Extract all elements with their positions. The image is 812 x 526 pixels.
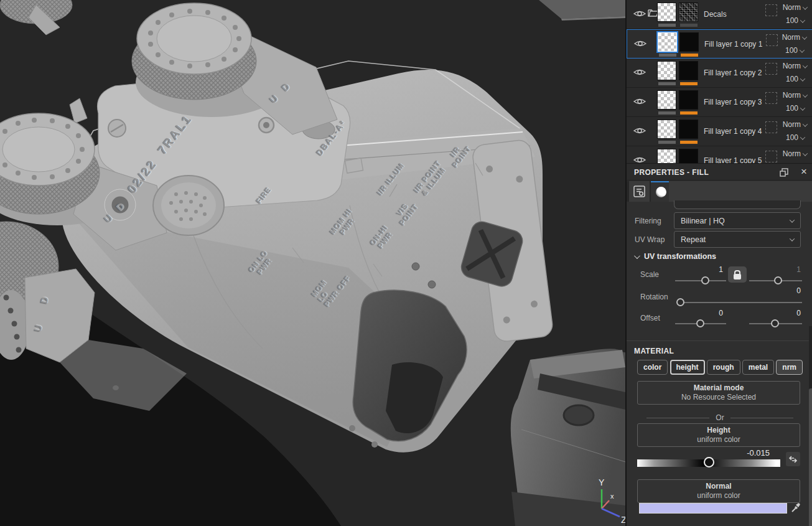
- blend-mode-dropdown[interactable]: Norm: [782, 33, 806, 42]
- offset-value-1[interactable]: 0: [695, 309, 723, 317]
- channel-height-button[interactable]: height: [670, 360, 705, 375]
- right-panel: Decals Norm 100 Fill layer 1 copy 1 Norm…: [625, 0, 812, 526]
- visibility-eye-icon[interactable]: [633, 96, 646, 106]
- height-value[interactable]: -0.015: [714, 448, 770, 458]
- blend-mode-dropdown[interactable]: Norm: [783, 62, 807, 70]
- axis-y-label: Y: [599, 477, 605, 487]
- visibility-eye-icon[interactable]: [633, 155, 646, 163]
- layer-thumbnail[interactable]: [657, 61, 676, 80]
- swap-arrows-icon: [788, 455, 798, 464]
- layer-row-fill-copy-1[interactable]: Fill layer 1 copy 1 Norm 100: [627, 29, 812, 59]
- chevron-down-icon: [803, 121, 808, 126]
- properties-scrollbar[interactable]: [809, 326, 812, 526]
- layer-mask-thumbnail[interactable]: [679, 2, 698, 22]
- viewport-3d[interactable]: Y x Z 02/22 7RAL1 DBAL-A² FIRE ON LO PWR…: [0, 0, 625, 526]
- mask-placeholder[interactable]: [765, 92, 777, 104]
- scrollbar-thumb[interactable]: [809, 388, 812, 526]
- mask-placeholder[interactable]: [765, 151, 777, 162]
- chevron-down-icon: [803, 92, 808, 97]
- mask-placeholder[interactable]: [765, 4, 777, 16]
- scale-lock-button[interactable]: [728, 266, 747, 283]
- opacity-value[interactable]: 100: [786, 133, 805, 142]
- blend-mode-dropdown[interactable]: Norm: [783, 3, 807, 12]
- scale-label: Scale: [640, 270, 659, 279]
- opacity-value[interactable]: 100: [786, 104, 805, 113]
- mask-placeholder[interactable]: [765, 63, 777, 75]
- visibility-eye-icon[interactable]: [633, 39, 647, 49]
- scale-value-2[interactable]: 1: [779, 265, 801, 274]
- scale-slider-1[interactable]: [675, 280, 726, 281]
- layer-mask-thumbnail[interactable]: [679, 90, 698, 110]
- mask-placeholder[interactable]: [765, 121, 777, 133]
- scale-value-1[interactable]: 1: [698, 265, 723, 274]
- chevron-down-icon: [800, 47, 805, 52]
- material-mode-button[interactable]: Material mode No Resource Selected: [637, 381, 800, 405]
- layer-mask-thumbnail[interactable]: [679, 120, 698, 139]
- blend-mode-dropdown[interactable]: Norm: [783, 91, 807, 100]
- height-gradient-handle[interactable]: [704, 457, 714, 467]
- layer-name-input[interactable]: [674, 200, 801, 209]
- offset-slider-1-handle[interactable]: [696, 319, 704, 327]
- channel-nrm-button[interactable]: nrm: [776, 360, 803, 375]
- layer-name: Fill layer 1 copy 5: [704, 156, 762, 163]
- layer-thumbnail[interactable]: [658, 32, 677, 52]
- layer-row-fill-copy-4[interactable]: Fill layer 1 copy 4 Norm 100: [627, 117, 812, 146]
- offset-value-2[interactable]: 0: [779, 309, 801, 317]
- layer-thumbnail[interactable]: [657, 120, 676, 139]
- blend-mode-dropdown[interactable]: Norm: [783, 120, 807, 129]
- height-uniform-color-button[interactable]: Height uniform color: [637, 423, 800, 447]
- channel-color-button[interactable]: color: [637, 360, 668, 375]
- uv-wrap-label: UV Wrap: [635, 235, 665, 244]
- layer-row-fill-copy-3[interactable]: Fill layer 1 copy 3 Norm 100: [627, 88, 812, 117]
- rotation-slider-handle[interactable]: [676, 298, 684, 306]
- blend-mode-dropdown[interactable]: Norm: [783, 149, 807, 158]
- material-sphere-icon: [656, 187, 666, 197]
- layer-thumbnail[interactable]: [657, 90, 676, 110]
- chevron-down-icon: [803, 63, 808, 68]
- normal-uniform-color-button[interactable]: Normal uniform color: [637, 479, 800, 503]
- scale-slider-2-handle[interactable]: [774, 276, 782, 284]
- rotation-slider[interactable]: [678, 302, 802, 303]
- chevron-down-icon: [800, 105, 805, 110]
- height-range-button[interactable]: [786, 452, 800, 466]
- channel-metal-button[interactable]: metal: [742, 360, 774, 375]
- rotation-value[interactable]: 0: [779, 286, 801, 295]
- visibility-eye-icon[interactable]: [633, 67, 646, 77]
- normal-color-swatch[interactable]: [639, 503, 787, 514]
- model-render: Y x Z: [0, 0, 625, 526]
- channel-indicator: [680, 111, 698, 115]
- filtering-dropdown[interactable]: Bilinear | HQ: [674, 212, 801, 229]
- close-icon[interactable]: ×: [801, 166, 807, 178]
- properties-tabbar: [627, 181, 812, 202]
- scale-slider-1-handle[interactable]: [701, 276, 709, 284]
- visibility-eye-icon[interactable]: [633, 126, 646, 136]
- layer-row-fill-copy-2[interactable]: Fill layer 1 copy 2 Norm 100: [627, 59, 812, 88]
- layer-mask-thumbnail[interactable]: [679, 32, 699, 52]
- layer-row-fill-copy-5[interactable]: Fill layer 1 copy 5 Norm: [627, 146, 812, 163]
- channel-rough-button[interactable]: rough: [707, 360, 740, 375]
- offset-slider-1[interactable]: [675, 323, 726, 324]
- offset-slider-2-handle[interactable]: [771, 319, 779, 327]
- layer-thumbnail[interactable]: [657, 2, 676, 22]
- uv-wrap-dropdown[interactable]: Repeat: [674, 231, 801, 248]
- scale-slider-2[interactable]: [749, 280, 802, 281]
- opacity-value[interactable]: 100: [786, 75, 805, 83]
- eyedropper-icon[interactable]: [791, 503, 801, 515]
- opacity-value[interactable]: 100: [786, 16, 805, 25]
- mask-placeholder[interactable]: [766, 34, 778, 46]
- channel-indicator: [659, 54, 676, 57]
- app-window: Y x Z 02/22 7RAL1 DBAL-A² FIRE ON LO PWR…: [0, 0, 812, 526]
- offset-slider-2[interactable]: [749, 323, 802, 324]
- layer-name: Fill layer 1 copy 4: [704, 127, 762, 136]
- layer-mask-thumbnail[interactable]: [679, 61, 698, 80]
- uv-transformations-section[interactable]: UV transformations: [634, 252, 716, 261]
- layer-thumbnail[interactable]: [657, 149, 676, 163]
- channel-indicator: [658, 82, 676, 85]
- popout-icon[interactable]: [780, 168, 788, 179]
- opacity-value[interactable]: 100: [785, 46, 804, 55]
- lock-icon: [734, 274, 741, 279]
- tab-layer-properties[interactable]: [629, 181, 650, 202]
- layer-mask-thumbnail[interactable]: [679, 149, 698, 163]
- visibility-eye-icon[interactable]: [633, 9, 646, 19]
- layer-row-decals[interactable]: Decals Norm 100: [627, 0, 812, 29]
